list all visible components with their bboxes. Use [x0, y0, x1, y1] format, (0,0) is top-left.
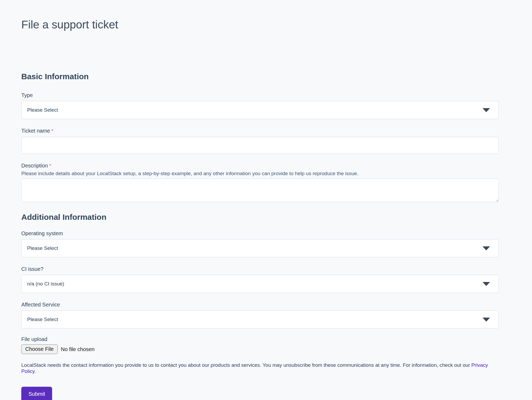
support-ticket-page: File a support ticket Basic Information …: [0, 0, 532, 400]
required-asterisk: *: [49, 163, 51, 169]
submit-button[interactable]: Submit: [21, 387, 52, 400]
file-upload-label: File upload: [21, 336, 499, 342]
ticket-name-field: Ticket name*: [21, 128, 499, 154]
operating-system-label: Operating system: [21, 230, 499, 237]
basic-information-heading: Basic Information: [21, 72, 499, 81]
additional-information-heading: Additional Information: [21, 212, 499, 222]
description-textarea[interactable]: [21, 179, 499, 202]
type-field: Type Please Select: [21, 92, 499, 119]
chevron-down-icon: [483, 246, 490, 250]
ci-issue-select-value: n/a (no CI issue): [27, 281, 64, 287]
operating-system-select[interactable]: Please Select: [21, 239, 499, 257]
description-help-text: Please include details about your LocalS…: [21, 171, 499, 176]
support-ticket-form: Basic Information Type Please Select Tic…: [21, 72, 499, 400]
type-select-value: Please Select: [27, 107, 58, 113]
ticket-name-input[interactable]: [21, 137, 499, 154]
file-chosen-status: No file chosen: [61, 346, 95, 352]
ci-issue-label: CI issue?: [21, 266, 499, 272]
ticket-name-label-text: Ticket name: [21, 128, 50, 134]
ci-issue-field: CI issue? n/a (no CI issue): [21, 266, 499, 293]
ci-issue-select[interactable]: n/a (no CI issue): [21, 275, 499, 293]
choose-file-button[interactable]: Choose File: [21, 344, 58, 354]
description-label-text: Description: [21, 163, 48, 169]
affected-service-label: Affected Service: [21, 301, 499, 308]
privacy-notice-text: LocalStack needs the contact information…: [21, 362, 471, 368]
page-title: File a support ticket: [21, 18, 499, 31]
required-asterisk: *: [51, 128, 53, 134]
description-field: Description* Please include details abou…: [21, 162, 499, 202]
chevron-down-icon: [483, 282, 490, 286]
type-label: Type: [21, 92, 499, 98]
chevron-down-icon: [483, 108, 490, 112]
operating-system-field: Operating system Please Select: [21, 230, 499, 257]
description-label: Description*: [21, 162, 499, 169]
file-upload-row: Choose File No file chosen: [21, 344, 499, 354]
chevron-down-icon: [483, 318, 490, 322]
type-select[interactable]: Please Select: [21, 101, 499, 119]
affected-service-select-value: Please Select: [27, 317, 58, 322]
operating-system-select-value: Please Select: [27, 245, 58, 251]
affected-service-select[interactable]: Please Select: [21, 310, 499, 329]
ticket-name-label: Ticket name*: [21, 128, 499, 134]
file-upload-field: File upload Choose File No file chosen: [21, 336, 499, 354]
privacy-notice: LocalStack needs the contact information…: [21, 362, 499, 374]
affected-service-field: Affected Service Please Select: [21, 301, 499, 329]
